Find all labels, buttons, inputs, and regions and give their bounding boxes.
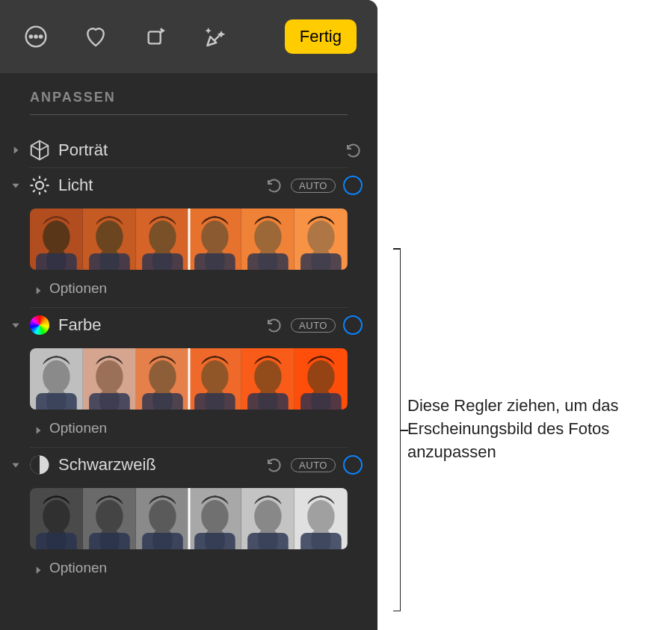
annotation-text: Diese Regler ziehen, um das Erscheinungs… xyxy=(407,395,654,463)
color-row[interactable]: Farbe AUTO xyxy=(0,308,377,342)
auto-color-button[interactable]: AUTO xyxy=(291,318,336,333)
svg-rect-45 xyxy=(195,393,236,410)
slider-thumb xyxy=(188,209,241,270)
svg-rect-62 xyxy=(89,533,130,549)
light-toggle[interactable] xyxy=(343,176,363,195)
svg-point-5 xyxy=(36,182,43,189)
reset-light-button[interactable] xyxy=(265,176,283,194)
svg-rect-25 xyxy=(247,253,289,270)
light-label: Licht xyxy=(58,176,258,195)
bw-icon xyxy=(28,454,51,476)
svg-point-2 xyxy=(34,35,37,37)
svg-rect-49 xyxy=(247,393,289,410)
slider-thumb xyxy=(295,348,348,410)
svg-point-47 xyxy=(255,360,282,393)
reset-bw-button[interactable] xyxy=(265,456,283,474)
chevron-down-icon[interactable] xyxy=(10,320,21,330)
svg-rect-58 xyxy=(36,533,77,549)
divider xyxy=(30,114,348,115)
reset-color-button[interactable] xyxy=(265,316,283,334)
svg-point-23 xyxy=(255,220,282,253)
light-options-row[interactable]: Optionen xyxy=(0,276,377,307)
svg-point-56 xyxy=(43,500,70,533)
done-button[interactable]: Fertig xyxy=(285,19,357,54)
slider-thumb xyxy=(295,488,348,549)
slider-thumb xyxy=(83,488,136,549)
slider-thumb xyxy=(295,209,348,270)
slider-thumb xyxy=(136,209,189,270)
svg-rect-78 xyxy=(300,533,342,549)
svg-rect-37 xyxy=(89,393,130,410)
slider-thumb xyxy=(241,488,295,549)
svg-rect-70 xyxy=(195,533,236,549)
auto-light-button[interactable]: AUTO xyxy=(291,179,336,193)
slider-marker[interactable] xyxy=(188,488,190,549)
color-slider[interactable] xyxy=(30,348,348,410)
slider-thumb xyxy=(188,348,241,410)
bw-label: Schwarzweiß xyxy=(58,455,258,475)
portrait-row[interactable]: Porträt xyxy=(0,133,377,167)
chevron-right-icon[interactable] xyxy=(33,423,43,433)
svg-point-1 xyxy=(30,35,32,37)
svg-rect-53 xyxy=(300,393,342,410)
svg-point-11 xyxy=(96,220,123,253)
svg-rect-33 xyxy=(36,393,77,410)
svg-rect-17 xyxy=(142,253,183,270)
color-toggle[interactable] xyxy=(343,315,363,335)
svg-point-76 xyxy=(307,500,334,533)
svg-point-7 xyxy=(43,220,70,253)
svg-point-27 xyxy=(307,220,334,253)
svg-rect-41 xyxy=(142,393,183,410)
chevron-right-icon[interactable] xyxy=(33,563,43,573)
svg-rect-21 xyxy=(195,253,236,270)
toolbar: Fertig xyxy=(0,0,377,73)
svg-rect-9 xyxy=(36,253,77,270)
color-icon xyxy=(28,314,51,336)
rotate-button[interactable] xyxy=(141,22,170,52)
options-label: Optionen xyxy=(49,420,107,436)
chevron-down-icon[interactable] xyxy=(10,180,21,191)
portrait-label: Porträt xyxy=(58,140,337,160)
adjust-panel: Fertig ANPASSEN Porträt Licht AUTO xyxy=(0,0,377,630)
slider-thumb xyxy=(241,348,295,410)
svg-point-64 xyxy=(149,500,176,533)
chevron-down-icon[interactable] xyxy=(10,460,21,470)
slider-thumb xyxy=(136,348,189,410)
options-label: Optionen xyxy=(49,280,107,297)
svg-rect-4 xyxy=(149,31,161,43)
more-button[interactable] xyxy=(21,22,51,52)
reset-portrait-button[interactable] xyxy=(345,141,363,159)
slider-marker[interactable] xyxy=(188,348,190,410)
slider-thumb xyxy=(30,348,83,410)
svg-point-68 xyxy=(202,500,229,533)
slider-marker[interactable] xyxy=(188,209,190,270)
cube-icon xyxy=(28,139,51,161)
bw-toggle[interactable] xyxy=(343,455,363,475)
chevron-right-icon[interactable] xyxy=(33,283,43,294)
slider-thumb xyxy=(83,348,136,410)
svg-rect-13 xyxy=(89,253,130,270)
favorite-button[interactable] xyxy=(81,22,111,52)
slider-thumb xyxy=(83,209,136,270)
light-icon xyxy=(28,174,51,197)
chevron-right-icon[interactable] xyxy=(10,145,21,155)
bw-options-row[interactable]: Optionen xyxy=(0,555,377,579)
auto-bw-button[interactable]: AUTO xyxy=(291,458,336,472)
svg-rect-66 xyxy=(142,533,183,549)
slider-thumb xyxy=(136,488,189,549)
slider-thumb xyxy=(30,209,83,270)
color-label: Farbe xyxy=(58,315,258,335)
color-options-row[interactable]: Optionen xyxy=(0,416,377,447)
light-slider[interactable] xyxy=(30,209,348,270)
svg-point-72 xyxy=(255,500,282,533)
slider-thumb xyxy=(30,488,83,549)
svg-point-19 xyxy=(202,220,229,253)
light-row[interactable]: Licht AUTO xyxy=(0,168,377,203)
enhance-button[interactable] xyxy=(200,22,230,52)
svg-point-31 xyxy=(43,360,70,393)
bw-slider[interactable] xyxy=(30,488,348,549)
svg-rect-29 xyxy=(300,253,342,270)
bw-row[interactable]: Schwarzweiß AUTO xyxy=(0,448,377,482)
svg-point-15 xyxy=(149,220,176,253)
annotation-bracket xyxy=(387,248,401,611)
